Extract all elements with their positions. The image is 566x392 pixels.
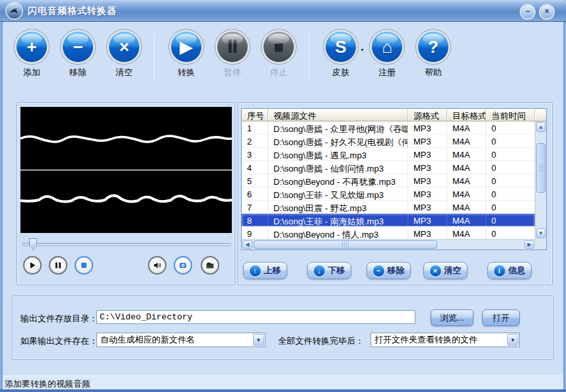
col-header-source[interactable]: 视频源文件 bbox=[268, 109, 408, 121]
col-header-src-format[interactable]: 源格式 bbox=[408, 109, 447, 121]
cell-src-format: MP3 bbox=[408, 174, 447, 187]
table-row[interactable]: 2 D:\song\唐嫣 - 好久不见(电视剧《何... MP3 M4A 0 bbox=[242, 135, 535, 148]
cell-source-file: D:\song\王菲 - 南海姑娘.mp3 bbox=[268, 214, 408, 226]
stop-button[interactable] bbox=[75, 256, 93, 275]
play-button[interactable] bbox=[23, 256, 42, 275]
volume-button[interactable] bbox=[148, 256, 166, 275]
toolbar-button-label: 清空 bbox=[116, 67, 133, 79]
seek-slider-track[interactable] bbox=[22, 243, 231, 246]
cell-index: 1 bbox=[242, 121, 268, 134]
table-row[interactable]: 3 D:\song\唐嫣 - 遇见.mp3 MP3 M4A 0 bbox=[242, 148, 535, 161]
if-exists-label: 如果输出文件存在： bbox=[20, 335, 98, 347]
col-header-dst-format[interactable]: 目标格式 bbox=[447, 109, 486, 121]
toolbar-button-label: 注册 bbox=[378, 67, 396, 79]
output-dir-input[interactable] bbox=[96, 310, 415, 324]
horizontal-scroll-thumb[interactable] bbox=[254, 240, 437, 249]
thumb-grip bbox=[342, 242, 349, 247]
if-exists-value: 自动生成相应的新文件名 bbox=[100, 334, 195, 346]
browse-button[interactable]: 浏览... bbox=[431, 310, 474, 326]
cell-time: 0 bbox=[486, 214, 535, 226]
toolbar-button-icon: × bbox=[109, 32, 139, 62]
scroll-right-button[interactable]: ▶ bbox=[524, 240, 534, 249]
scroll-right-icon: ▶ bbox=[527, 242, 531, 247]
cell-source-file: D:\song\王菲 - 又见炊烟.mp3 bbox=[268, 187, 408, 200]
action-button-remove[interactable]: − 移除 bbox=[367, 262, 411, 279]
stop-icon bbox=[79, 261, 88, 270]
window-border-left bbox=[0, 22, 3, 392]
toolbar-button-stop[interactable]: ■ 停止 bbox=[256, 32, 302, 79]
waveform-display bbox=[20, 107, 232, 233]
toolbar-button-clear[interactable]: × 清空 bbox=[101, 32, 147, 79]
toolbar-button-convert[interactable]: ▶ 转换 bbox=[163, 32, 209, 79]
action-button-info[interactable]: i 信息 bbox=[487, 262, 532, 279]
combo-arrow-icon[interactable]: ▼ bbox=[253, 334, 264, 346]
seek-slider-thumb[interactable] bbox=[29, 238, 37, 251]
horizontal-scrollbar[interactable]: ◀ ▶ bbox=[242, 239, 535, 249]
toolbar-button-remove[interactable]: − 移除 bbox=[55, 32, 101, 79]
cell-time: 0 bbox=[486, 201, 535, 213]
cell-src-format: MP3 bbox=[408, 135, 447, 147]
scroll-down-button[interactable]: ▼ bbox=[536, 228, 546, 238]
toolbar-button-pause[interactable]: Ⅱ 暂停 bbox=[209, 32, 256, 79]
action-button-move-down[interactable]: ↓ 下移 bbox=[307, 262, 351, 279]
scroll-up-button[interactable]: ▲ bbox=[536, 122, 546, 132]
app-icon[interactable] bbox=[7, 3, 22, 18]
if-exists-select[interactable]: 自动生成相应的新文件名 ▼ bbox=[96, 333, 265, 347]
table-row[interactable]: 6 D:\song\王菲 - 又见炊烟.mp3 MP3 M4A 0 bbox=[242, 187, 535, 201]
table-row[interactable]: 1 D:\song\唐嫣 - 众里寻他(网游《吞噬... MP3 M4A 0 bbox=[242, 121, 535, 135]
waveform-icon bbox=[20, 107, 232, 233]
cell-time: 0 bbox=[486, 227, 535, 239]
cell-dst-format: M4A bbox=[447, 201, 486, 213]
window-border-bottom bbox=[0, 389, 566, 392]
toolbar-button-label: 帮助 bbox=[425, 67, 442, 79]
toolbar-separator bbox=[154, 34, 155, 82]
col-header-index[interactable]: 序号 bbox=[242, 109, 268, 121]
after-convert-select[interactable]: 打开文件夹查看转换的文件 ▼ bbox=[371, 333, 520, 347]
player-panel bbox=[17, 102, 235, 285]
combo-arrow-icon[interactable]: ▼ bbox=[507, 334, 518, 346]
toolbar-button-help[interactable]: ? 帮助 bbox=[410, 32, 456, 79]
close-button[interactable]: × bbox=[540, 5, 553, 18]
toolbar-button-add[interactable]: + 添加 bbox=[9, 32, 55, 79]
minimize-button[interactable]: − bbox=[521, 5, 534, 18]
table-row[interactable]: 9 D:\song\Beyond - 情人.mp3 MP3 M4A 0 bbox=[242, 227, 535, 239]
action-button-move-up[interactable]: ↑ 上移 bbox=[243, 262, 287, 279]
toolbar-button-icon: S bbox=[326, 32, 356, 62]
pause-button[interactable] bbox=[49, 256, 67, 275]
cell-source-file: D:\song\Beyond - 情人.mp3 bbox=[268, 227, 408, 239]
col-header-time[interactable]: 当前时间 bbox=[486, 109, 535, 121]
toolbar-button-skin[interactable]: S ▼ 皮肤 bbox=[318, 32, 364, 79]
pause-icon bbox=[53, 261, 63, 270]
table-row[interactable]: 8 D:\song\王菲 - 南海姑娘.mp3 MP3 M4A 0 bbox=[242, 214, 535, 227]
window-border-right bbox=[563, 22, 566, 392]
thumb-grip bbox=[538, 165, 544, 172]
toolbar-button-icon: Ⅱ bbox=[217, 32, 248, 62]
scroll-left-icon: ◀ bbox=[245, 242, 249, 247]
cell-source-file: D:\song\唐嫣 - 众里寻他(网游《吞噬... bbox=[268, 121, 408, 134]
snapshot-button[interactable] bbox=[174, 256, 192, 275]
file-table: 序号 视频源文件 源格式 目标格式 当前时间 1 D:\song\唐嫣 - 众里… bbox=[241, 108, 547, 250]
vertical-scrollbar[interactable]: ▲ ▼ bbox=[535, 121, 546, 239]
open-button[interactable]: 打开 bbox=[482, 310, 520, 326]
open-folder-button[interactable] bbox=[201, 256, 219, 275]
table-row[interactable]: 4 D:\song\唐嫣 - 仙剑问情.mp3 MP3 M4A 0 bbox=[242, 161, 535, 174]
action-button-clear[interactable]: × 清空 bbox=[423, 262, 468, 279]
toolbar-button-label: 添加 bbox=[23, 67, 40, 79]
table-row[interactable]: 5 D:\song\Beyond - 不再犹豫.mp3 MP3 M4A 0 bbox=[242, 174, 535, 187]
scroll-up-icon: ▲ bbox=[538, 124, 544, 130]
action-button-label: 移除 bbox=[388, 265, 405, 277]
scroll-left-button[interactable]: ◀ bbox=[242, 240, 252, 249]
minimize-icon: − bbox=[525, 7, 530, 16]
cell-dst-format: M4A bbox=[447, 187, 486, 200]
table-row[interactable]: 7 D:\song\田震 - 野花.mp3 MP3 M4A 0 bbox=[242, 201, 535, 214]
toolbar-button-label: 皮肤 bbox=[332, 67, 349, 79]
vertical-scroll-thumb[interactable] bbox=[536, 143, 546, 193]
toolbar-button-label: 暂停 bbox=[224, 67, 241, 79]
toolbar-button-register[interactable]: ⌂ 注册 bbox=[364, 32, 410, 79]
toolbar-group-misc: S ▼ 皮肤 ⌂ 注册 ? 帮助 bbox=[318, 32, 456, 79]
title-bar: 闪电音频格式转换器 − × bbox=[0, 0, 566, 22]
toolbar-group-edit: + 添加 − 移除 × 清空 bbox=[9, 32, 147, 79]
toolbar-button-label: 移除 bbox=[69, 67, 87, 79]
cell-index: 6 bbox=[242, 187, 268, 200]
cell-index: 7 bbox=[242, 201, 268, 213]
